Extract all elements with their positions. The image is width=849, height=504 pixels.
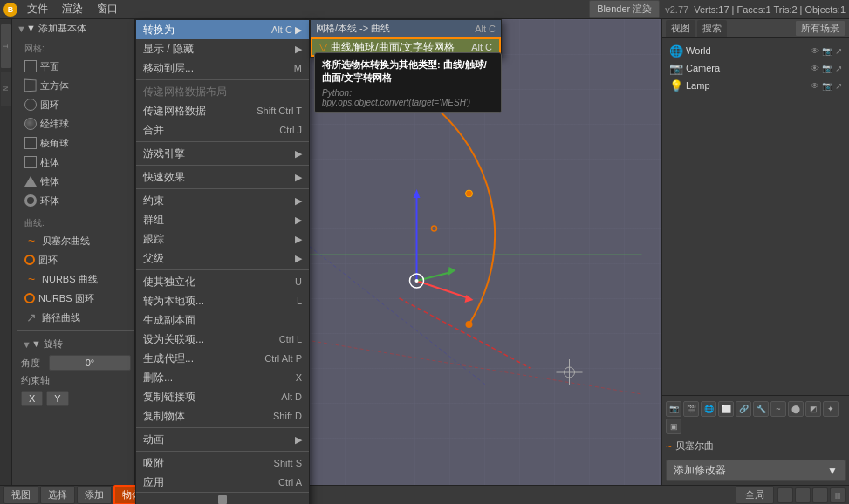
sidebar-item-curve-circle[interactable]: 圆环: [17, 250, 134, 269]
menu-item-duplicate-link[interactable]: 复制链接项 Alt D: [136, 387, 309, 406]
tab-search[interactable]: 搜索: [697, 20, 727, 37]
prop-icon-object[interactable]: ⬜: [718, 401, 734, 417]
sidebar-item-cone[interactable]: 锥体: [17, 172, 134, 191]
menu-item-duplicate[interactable]: 复制物体 Shift D: [136, 406, 309, 426]
menu-item-parent[interactable]: 父级 ▶: [136, 249, 309, 268]
submenu-header-shortcut: Alt C: [475, 24, 496, 34]
y-axis-btn[interactable]: Y: [46, 391, 68, 406]
lamp-eye-icon[interactable]: 👁: [811, 81, 819, 91]
sidebar-item-torus[interactable]: 环体: [17, 191, 134, 210]
view-btn[interactable]: 视图: [3, 486, 38, 504]
menu-item-apply[interactable]: 应用 Ctrl A: [136, 473, 309, 492]
menu-window[interactable]: 窗口: [92, 0, 122, 18]
rotate-header[interactable]: ▼ ▼ 旋转: [17, 335, 134, 353]
lamp-arrow-icon[interactable]: ↗: [835, 81, 842, 91]
bezier-label: 贝塞尔曲线: [42, 235, 90, 248]
menu-item-quick[interactable]: 快速效果 ▶: [136, 167, 309, 187]
prop-icon-data[interactable]: ~: [770, 401, 786, 417]
prop-icon-scene[interactable]: 🎬: [683, 401, 699, 417]
sidebar-item-icosphere[interactable]: 棱角球: [17, 133, 134, 153]
world-render-icon[interactable]: 📷: [822, 46, 832, 56]
menu-resize-handle[interactable]: [218, 495, 227, 504]
menu-item-transfer-layout[interactable]: 传递网格数据布局: [136, 82, 309, 101]
world-eye-icon[interactable]: 👁: [811, 46, 819, 56]
tool-strip-item-2[interactable]: N: [1, 72, 11, 106]
x-axis-btn[interactable]: X: [21, 391, 43, 406]
prop-icon-modifier[interactable]: 🔧: [753, 401, 769, 417]
prop-icon-physics[interactable]: ▣: [666, 419, 681, 434]
menu-item-constraint[interactable]: 约束 ▶: [136, 191, 309, 210]
select-btn[interactable]: 选择: [40, 486, 75, 504]
prop-icon-constraint[interactable]: 🔗: [736, 401, 751, 417]
menu-item-convert[interactable]: 转换为 Alt C ▶: [136, 20, 309, 39]
menu-item-make-local[interactable]: 转为本地项... L: [136, 291, 309, 310]
sidebar-item-path[interactable]: ↗ 路径曲线: [17, 308, 134, 327]
bezier-icon: ~: [24, 234, 38, 248]
cone-label: 锥体: [40, 175, 59, 188]
menu-item-snap[interactable]: 吸附 Shift S: [136, 453, 309, 473]
plane-label: 平面: [40, 60, 59, 73]
nurbs-icon: ~: [24, 272, 38, 286]
tooltip-python: Python: bpy.ops.object.convert(target='M…: [322, 88, 494, 107]
prop-icon-material[interactable]: ⬤: [788, 401, 804, 417]
overlay-btn-2[interactable]: [795, 487, 811, 503]
world-arrow-icon[interactable]: ↗: [835, 46, 842, 56]
menu-item-join[interactable]: 合并 Ctrl J: [136, 120, 309, 140]
full-btn[interactable]: 全局: [736, 486, 774, 504]
menu-item-move-layer[interactable]: 移动到层... M: [136, 58, 309, 78]
menu-item-animation[interactable]: 动画 ▶: [136, 430, 309, 449]
sidebar-item-bezier[interactable]: ~ 贝塞尔曲线: [17, 231, 134, 250]
renderer-selector[interactable]: Blender 渲染: [589, 0, 660, 18]
prop-icon-world[interactable]: 🌐: [701, 401, 716, 417]
scene-selector[interactable]: 所有场景: [795, 20, 846, 37]
tool-strip-item-1[interactable]: T: [1, 24, 11, 68]
make-links-shortcut: Ctrl L: [279, 334, 302, 344]
prop-icon-particles[interactable]: ✦: [823, 401, 839, 417]
menu-file[interactable]: 文件: [23, 0, 52, 18]
outliner-item-world[interactable]: 🌐 World 👁 📷 ↗: [666, 42, 846, 59]
add-modifier-btn[interactable]: 添加修改器 ▼: [666, 460, 846, 481]
dup-shortcut: Shift D: [273, 411, 302, 421]
menu-item-delete[interactable]: 删除... X: [136, 368, 309, 387]
menu-sep-1: [136, 79, 309, 80]
path-label: 路径曲线: [42, 311, 80, 324]
overlay-btn-3[interactable]: [812, 487, 828, 503]
sidebar-item-cube[interactable]: 立方体: [17, 76, 134, 95]
sidebar-item-nurbs-circle[interactable]: NURBS 圆环: [17, 289, 134, 308]
menu-item-gen-dupli[interactable]: 生成副本面: [136, 310, 309, 330]
sidebar-item-cylinder[interactable]: 柱体: [17, 153, 134, 172]
sidebar-item-circle[interactable]: 圆环: [17, 95, 134, 114]
menu-item-make-links[interactable]: 设为关联项... Ctrl L: [136, 330, 309, 349]
menu-render[interactable]: 渲染: [58, 0, 87, 18]
menu-item-transfer-data[interactable]: 传递网格数据 Shift Ctrl T: [136, 101, 309, 120]
menu-item-group[interactable]: 群组 ▶: [136, 210, 309, 229]
tab-view[interactable]: 视图: [666, 20, 695, 37]
add-basic-header[interactable]: ▼ ▼ 添加基本体: [12, 19, 134, 37]
apply-shortcut: Ctrl A: [278, 477, 302, 487]
camera-render-icon[interactable]: 📷: [822, 64, 832, 73]
animation-label: 动画: [143, 432, 164, 447]
make-local-shortcut: L: [297, 296, 302, 306]
add-btn[interactable]: 添加: [77, 486, 112, 504]
lamp-render-icon[interactable]: 📷: [822, 81, 832, 91]
angle-value[interactable]: 0°: [49, 355, 131, 371]
menu-item-show-hide[interactable]: 显示 / 隐藏 ▶: [136, 39, 309, 58]
prop-icon-render[interactable]: 📷: [666, 401, 681, 417]
menu-item-track[interactable]: 跟踪 ▶: [136, 229, 309, 249]
menu-item-make-proxy[interactable]: 生成代理... Ctrl Alt P: [136, 349, 309, 368]
overlay-btn-4[interactable]: |||: [830, 487, 846, 503]
menu-item-game[interactable]: 游戏引擎 ▶: [136, 144, 309, 163]
outliner-item-lamp[interactable]: 💡 Lamp 👁 📷 ↗: [666, 77, 846, 94]
right-panel-tabs: 视图 搜索: [666, 20, 727, 37]
sidebar-item-uvsphere[interactable]: 经纬球: [17, 114, 134, 133]
outliner-item-camera[interactable]: 📷 Camera 👁 📷 ↗: [666, 59, 846, 77]
prop-icon-texture[interactable]: ◩: [805, 401, 821, 417]
camera-label: Camera: [686, 63, 720, 73]
sidebar-item-plane[interactable]: 平面: [17, 57, 134, 76]
sidebar-item-nurbs[interactable]: ~ NURBS 曲线: [17, 269, 134, 289]
plane-icon: [24, 60, 37, 72]
camera-arrow-icon[interactable]: ↗: [835, 64, 842, 73]
menu-item-make-single[interactable]: 使其独立化 U: [136, 272, 309, 291]
camera-eye-icon[interactable]: 👁: [811, 64, 819, 73]
overlay-btn-1[interactable]: [777, 487, 793, 503]
